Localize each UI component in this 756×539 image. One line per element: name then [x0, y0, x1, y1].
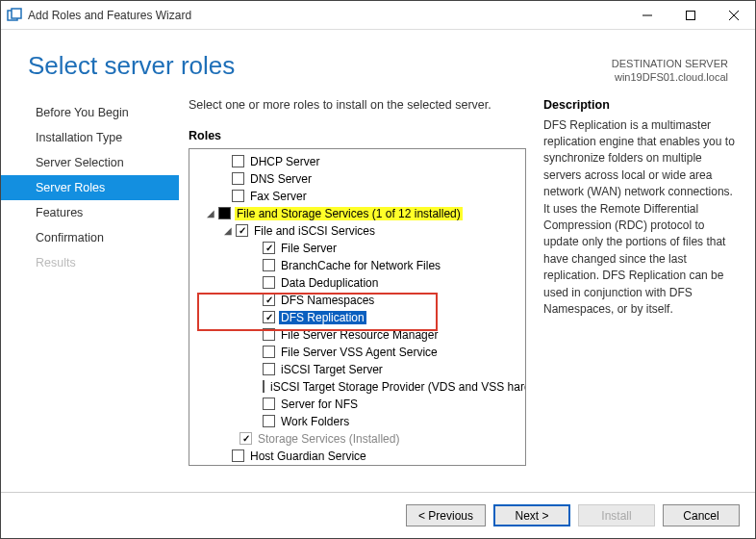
titlebar: Add Roles and Features Wizard: [1, 1, 755, 30]
checkbox-dhcp[interactable]: [232, 155, 244, 167]
checkbox-dedup[interactable]: [263, 276, 275, 289]
description-label: Description: [543, 98, 738, 112]
tree-item-iscsi-vds[interactable]: iSCSI Target Storage Provider (VDS and V…: [268, 380, 526, 394]
nav-server-roles[interactable]: Server Roles: [1, 175, 179, 200]
destination-label: DESTINATION SERVER: [612, 57, 728, 70]
tree-item-iscsi-target[interactable]: iSCSI Target Server: [279, 363, 385, 376]
window-controls: [625, 1, 755, 29]
maximize-button[interactable]: [668, 1, 712, 29]
destination-value: win19DFS01.cloud.local: [612, 70, 728, 84]
checkbox-dfs-namespaces[interactable]: [263, 294, 275, 306]
tree-item-dns[interactable]: DNS Server: [248, 172, 314, 186]
tree-item-file-storage[interactable]: File and Storage Services (1 of 12 insta…: [235, 207, 463, 220]
app-icon: [7, 8, 22, 23]
svg-rect-3: [686, 11, 694, 19]
checkbox-storage-services: [239, 432, 252, 445]
checkbox-vss-agent[interactable]: [263, 346, 275, 358]
checkbox-file-iscsi[interactable]: [236, 224, 248, 237]
nav-server-selection[interactable]: Server Selection: [1, 150, 179, 175]
tree-item-file-server[interactable]: File Server: [279, 242, 339, 255]
tree-item-dhcp[interactable]: DHCP Server: [248, 155, 321, 168]
tree-item-dedup[interactable]: Data Deduplication: [279, 276, 380, 290]
description-text: DFS Replication is a multimaster replica…: [543, 117, 738, 319]
close-button[interactable]: [712, 1, 755, 29]
tree-item-storage-services[interactable]: Storage Services (Installed): [256, 432, 401, 446]
tree-item-vss-agent[interactable]: File Server VSS Agent Service: [279, 346, 440, 359]
destination-block: DESTINATION SERVER win19DFS01.cloud.loca…: [612, 51, 728, 85]
nav-confirmation[interactable]: Confirmation: [1, 225, 179, 250]
roles-tree[interactable]: DHCP Server DNS Server Fax Server ◢File …: [189, 148, 526, 466]
tree-item-fax[interactable]: Fax Server: [248, 190, 309, 203]
nav-features[interactable]: Features: [1, 200, 179, 225]
tree-item-fsrm[interactable]: File Server Resource Manager: [279, 328, 440, 342]
tree-item-work-folders[interactable]: Work Folders: [279, 415, 351, 428]
checkbox-dns[interactable]: [232, 172, 244, 185]
tree-item-branchcache[interactable]: BranchCache for Network Files: [279, 259, 442, 272]
checkbox-work-folders[interactable]: [263, 415, 275, 427]
wizard-nav: Before You Begin Installation Type Serve…: [1, 98, 179, 492]
checkbox-iscsi-vds[interactable]: [263, 380, 265, 393]
checkbox-dfs-replication[interactable]: [263, 311, 275, 323]
cancel-button[interactable]: Cancel: [663, 504, 740, 526]
tree-item-file-iscsi[interactable]: File and iSCSI Services: [252, 224, 377, 238]
checkbox-fax[interactable]: [232, 190, 244, 202]
svg-rect-1: [12, 9, 21, 18]
nav-results: Results: [1, 250, 179, 275]
minimize-button[interactable]: [625, 1, 668, 29]
instruction-text: Select one or more roles to install on t…: [189, 98, 526, 112]
checkbox-fsrm[interactable]: [263, 328, 275, 341]
install-button: Install: [578, 504, 655, 526]
roles-label: Roles: [189, 129, 526, 142]
tree-item-dfs-replication[interactable]: DFS Replication: [279, 311, 366, 324]
tree-item-nfs[interactable]: Server for NFS: [279, 398, 360, 411]
page-title: Select server roles: [28, 51, 235, 85]
checkbox-iscsi-target[interactable]: [263, 363, 275, 375]
window-title: Add Roles and Features Wizard: [28, 9, 625, 22]
checkbox-host-guardian[interactable]: [232, 449, 244, 462]
checkbox-nfs[interactable]: [263, 398, 275, 410]
nav-before-you-begin[interactable]: Before You Begin: [1, 100, 179, 125]
expander-file-iscsi[interactable]: ◢: [222, 225, 234, 236]
checkbox-branchcache[interactable]: [263, 259, 275, 271]
previous-button[interactable]: < Previous: [406, 504, 486, 526]
button-row: < Previous Next > Install Cancel: [1, 492, 755, 538]
next-button[interactable]: Next >: [493, 504, 570, 526]
tree-item-host-guardian[interactable]: Host Guardian Service: [248, 449, 368, 463]
expander-file-storage[interactable]: ◢: [205, 208, 216, 218]
checkbox-file-server[interactable]: [263, 242, 275, 254]
checkbox-file-storage[interactable]: [218, 207, 231, 219]
nav-installation-type[interactable]: Installation Type: [1, 125, 179, 150]
tree-item-dfs-namespaces[interactable]: DFS Namespaces: [279, 294, 376, 307]
